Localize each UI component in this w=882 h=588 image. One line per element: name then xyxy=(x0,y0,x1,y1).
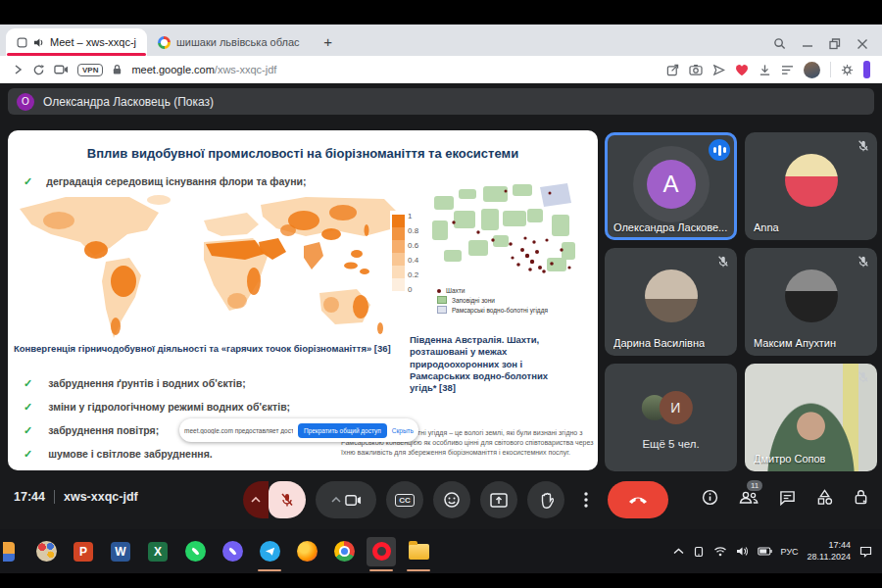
meeting-details-icon[interactable] xyxy=(702,489,718,506)
new-tab-button[interactable]: + xyxy=(317,29,340,53)
tray-date: 28.11.2024 xyxy=(808,552,851,564)
colorbar-tick: 0 xyxy=(408,285,413,294)
tab-title: Meet – xws-xxqc-j xyxy=(50,36,136,48)
tab-meet[interactable]: Meet – xws-xxqc-j xyxy=(6,28,147,56)
easy-setup-gear-icon[interactable] xyxy=(841,64,854,76)
check-icon: ✓ xyxy=(24,448,32,461)
mic-options-chevron[interactable] xyxy=(243,481,269,518)
people-icon xyxy=(739,490,759,505)
tab-search-result[interactable]: шишаки львівська облас xyxy=(147,28,311,56)
lock-icon[interactable] xyxy=(112,64,122,75)
taskbar-opera-icon[interactable] xyxy=(367,537,396,566)
participant-name: Олександра Ласкове... xyxy=(613,221,727,233)
tile-more-participants[interactable]: И Ещё 5 чел. xyxy=(605,364,737,471)
battery-icon[interactable] xyxy=(758,547,772,556)
hide-notice-link[interactable]: Скрыть xyxy=(392,427,414,434)
check-icon: ✓ xyxy=(24,377,32,390)
vpn-badge[interactable]: VPN xyxy=(77,64,103,76)
share-page-icon[interactable] xyxy=(666,64,679,76)
camera-icon xyxy=(345,494,362,507)
browser-toolbar: VPN meet.google.com/xws-xxqc-jdf xyxy=(0,56,882,83)
tile-daryna[interactable]: Дарина Василівна xyxy=(605,248,737,356)
raise-hand-button[interactable] xyxy=(527,481,564,518)
tab-audio-speaker-icon xyxy=(33,37,44,48)
restore-window-icon[interactable] xyxy=(829,38,841,50)
camera-control[interactable] xyxy=(316,481,376,518)
sidebar-toggle[interactable] xyxy=(863,61,870,78)
captions-button[interactable]: CC xyxy=(386,481,423,518)
presenter-avatar: О xyxy=(17,93,34,111)
reactions-button[interactable] xyxy=(433,481,470,518)
minimize-window-icon[interactable] xyxy=(802,38,813,50)
bullet-text: зміни у гідрологічному режимі водних об'… xyxy=(48,401,290,413)
legend-label: Заповідні зони xyxy=(452,297,495,304)
mic-off-icon xyxy=(857,255,870,269)
language-indicator[interactable]: РУС xyxy=(781,547,799,557)
mines-swatch xyxy=(437,289,441,293)
taskbar-firefox-icon[interactable] xyxy=(292,537,321,566)
send-to-device-icon[interactable] xyxy=(712,64,725,76)
bullet-text: шумове і світлове забруднення. xyxy=(48,448,212,460)
present-screen-button[interactable] xyxy=(480,481,517,518)
presenter-banner: О Олександра Ласковець (Показ) xyxy=(8,88,874,115)
camera-options-chevron[interactable] xyxy=(331,497,341,503)
legend-label: Шахти xyxy=(446,287,465,294)
world-map-caption: Конвергенція гірничодобувної діяльності … xyxy=(14,343,425,354)
taskbar-whatsapp-icon[interactable] xyxy=(180,537,210,566)
colorbar-tick: 0.2 xyxy=(408,270,419,279)
taskbar-powerpoint-icon[interactable]: P xyxy=(69,537,98,566)
tab-preview-icon xyxy=(17,37,27,48)
activities-icon[interactable] xyxy=(816,489,833,506)
tile-oleksandra[interactable]: A Олександра Ласкове... xyxy=(605,132,737,240)
avatar xyxy=(785,154,838,207)
taskbar-telegram-icon[interactable] xyxy=(255,537,284,566)
taskbar-paint-icon[interactable] xyxy=(31,537,61,566)
tile-maksym[interactable]: Максим Апухтин xyxy=(745,248,877,356)
people-panel-button[interactable]: 11 xyxy=(739,490,759,505)
mic-mute-button[interactable] xyxy=(269,481,306,518)
protected-zones-swatch xyxy=(437,296,447,304)
tile-dmytro[interactable]: Дмитро Сопов xyxy=(745,364,877,471)
map-colorbar: 1 0.8 0.6 0.4 0.2 0 xyxy=(390,211,423,301)
close-window-icon[interactable] xyxy=(857,38,868,50)
url-address[interactable]: meet.google.com/xws-xxqc-jdf xyxy=(131,64,276,75)
check-icon: ✓ xyxy=(24,175,32,188)
wifi-icon[interactable] xyxy=(713,546,727,557)
taskbar-word-icon[interactable]: W xyxy=(106,537,135,566)
tab-search-icon[interactable] xyxy=(773,37,786,50)
reload-icon[interactable] xyxy=(32,64,45,76)
host-controls-lock-icon[interactable] xyxy=(854,489,868,506)
camera-tab-icon[interactable] xyxy=(54,64,69,75)
rotation-lock-icon[interactable] xyxy=(693,546,705,558)
taskbar-chrome-icon[interactable] xyxy=(329,537,359,566)
url-host: meet.google.com xyxy=(131,64,214,75)
favorites-heart-icon[interactable] xyxy=(735,64,749,76)
participant-name: Дарина Василівна xyxy=(613,337,705,349)
taskbar-excel-icon[interactable]: X xyxy=(143,537,172,566)
leave-call-button[interactable] xyxy=(608,481,668,518)
colorbar-tick: 1 xyxy=(408,212,413,220)
browser-profile-avatar[interactable] xyxy=(804,62,820,78)
avatar xyxy=(785,270,838,322)
reading-list-icon[interactable] xyxy=(781,65,794,75)
more-options-button[interactable] xyxy=(574,481,598,518)
chat-icon[interactable] xyxy=(779,490,796,506)
url-path: /xws-xxqc-jdf xyxy=(215,64,277,75)
taskbar-pinned-partial-icon[interactable] xyxy=(0,537,24,566)
forward-icon[interactable] xyxy=(12,64,24,75)
avatar: И xyxy=(659,391,692,424)
avatar: A xyxy=(647,160,696,209)
browser-tab-strip: Meet – xws-xxqc-j шишаки львівська облас… xyxy=(0,24,882,56)
snapshot-icon[interactable] xyxy=(689,64,703,75)
volume-icon[interactable] xyxy=(736,546,749,557)
tile-anna[interactable]: Anna xyxy=(745,132,877,240)
downloads-icon[interactable] xyxy=(759,64,771,76)
clock[interactable]: 17:44 28.11.2024 xyxy=(808,540,851,563)
taskbar-explorer-icon[interactable] xyxy=(404,537,433,566)
participants-count-badge: 11 xyxy=(747,480,762,491)
colorbar-tick: 0.4 xyxy=(408,256,419,265)
tray-chevron-up-icon[interactable] xyxy=(673,548,684,555)
taskbar-viber-icon[interactable] xyxy=(218,537,247,566)
stop-sharing-button[interactable]: Прекратить общий доступ xyxy=(298,423,387,438)
notifications-icon[interactable] xyxy=(859,546,872,558)
